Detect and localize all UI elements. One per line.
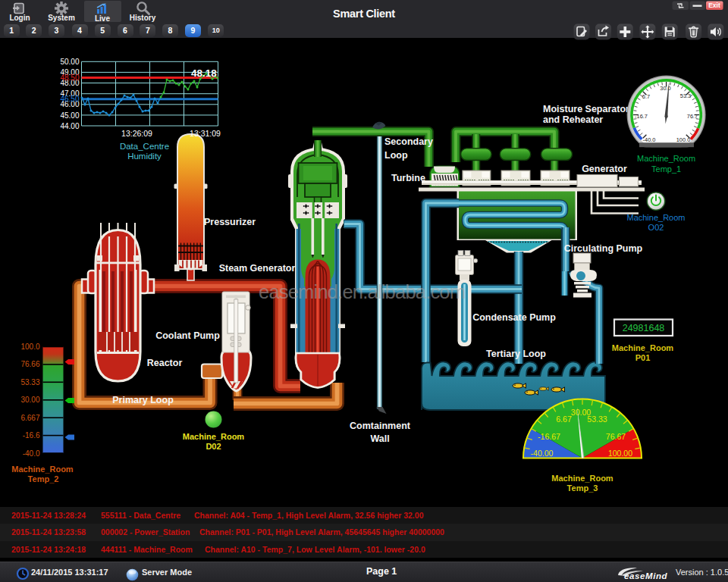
svg-text:76.67: 76.67 xyxy=(606,432,626,441)
svg-text:Secondary: Secondary xyxy=(384,136,433,147)
svg-text:30.00: 30.00 xyxy=(20,396,39,404)
svg-text:Machine_Room: Machine_Room xyxy=(612,343,674,352)
svg-text:Pressurizer: Pressurizer xyxy=(204,217,256,227)
svg-text:Loop: Loop xyxy=(384,150,408,161)
svg-text:Circulating Pump: Circulating Pump xyxy=(564,243,643,254)
svg-text:Temp_2: Temp_2 xyxy=(28,474,59,483)
svg-text:Humidity: Humidity xyxy=(127,152,162,161)
svg-text:D02: D02 xyxy=(206,442,221,451)
svg-text:100.00: 100.00 xyxy=(608,449,632,458)
svg-text:Wall: Wall xyxy=(370,433,389,444)
svg-text:Turbine: Turbine xyxy=(391,173,425,183)
svg-text:13:31:09: 13:31:09 xyxy=(190,129,221,138)
svg-text:13:26:09: 13:26:09 xyxy=(121,129,152,138)
svg-text:-16.67: -16.67 xyxy=(538,432,560,441)
svg-text:Temp_1: Temp_1 xyxy=(651,164,681,174)
svg-text:Machine_Room: Machine_Room xyxy=(626,213,685,222)
svg-text:48.50: 48.50 xyxy=(60,74,79,82)
svg-text:Comtainment: Comtainment xyxy=(350,421,411,431)
svg-text:46.50: 46.50 xyxy=(60,95,79,103)
svg-text:6.67: 6.67 xyxy=(556,415,572,424)
svg-text:Steam Generator: Steam Generator xyxy=(219,263,296,274)
svg-text:Moisture Separator: Moisture Separator xyxy=(543,104,629,114)
svg-text:-16.6: -16.6 xyxy=(23,431,40,440)
svg-text:6.667: 6.667 xyxy=(20,414,39,422)
svg-text:53.33: 53.33 xyxy=(20,378,39,386)
svg-text:50.00: 50.00 xyxy=(60,58,79,66)
svg-text:Data_Centre: Data_Centre xyxy=(120,142,169,151)
svg-text:Coolant Pump: Coolant Pump xyxy=(155,330,220,341)
svg-text:Condensate Pump: Condensate Pump xyxy=(472,312,556,323)
svg-text:100.0: 100.0 xyxy=(20,343,39,351)
svg-text:53.33: 53.33 xyxy=(587,415,607,424)
svg-text:Primary Loop: Primary Loop xyxy=(112,395,174,405)
svg-text:easeMind: easeMind xyxy=(624,571,668,580)
svg-text:Machine_Room: Machine_Room xyxy=(551,474,613,483)
svg-text:30.0: 30.0 xyxy=(660,85,670,92)
svg-text:76.7: 76.7 xyxy=(687,113,698,120)
svg-text:Machine_Room: Machine_Room xyxy=(183,432,245,441)
svg-text:44.00: 44.00 xyxy=(60,122,79,130)
svg-text:-16.7: -16.7 xyxy=(635,113,648,120)
svg-text:and Reheater: and Reheater xyxy=(543,114,603,125)
svg-text:Temp_3: Temp_3 xyxy=(567,483,598,493)
svg-text:Generator: Generator xyxy=(582,164,627,174)
svg-text:easemind.en.alibaba.com: easemind.en.alibaba.com xyxy=(259,281,465,302)
svg-text:-40.0: -40.0 xyxy=(643,136,656,143)
svg-text:Reactor: Reactor xyxy=(147,358,183,368)
svg-text:76.66: 76.66 xyxy=(20,360,39,368)
svg-text:24981648: 24981648 xyxy=(623,323,665,333)
svg-text:53.3: 53.3 xyxy=(680,92,691,99)
svg-text:-40.0: -40.0 xyxy=(23,449,40,458)
svg-text:Tertiary Loop: Tertiary Loop xyxy=(486,349,546,359)
svg-text:6.7: 6.7 xyxy=(642,93,650,100)
svg-text:Machine_Room: Machine_Room xyxy=(637,154,695,163)
svg-text:48.18: 48.18 xyxy=(191,67,217,79)
svg-text:O02: O02 xyxy=(648,223,664,232)
svg-text:P01: P01 xyxy=(635,353,651,362)
svg-text:100.0: 100.0 xyxy=(676,136,691,143)
svg-text:-40.00: -40.00 xyxy=(531,449,554,458)
svg-text:Machine_Room: Machine_Room xyxy=(11,465,74,474)
svg-text:45.00: 45.00 xyxy=(60,111,79,120)
